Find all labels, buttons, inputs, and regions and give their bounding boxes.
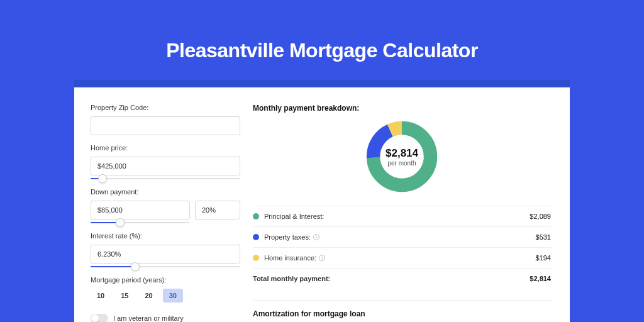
period-options: 10 15 20 30 [91, 289, 240, 303]
legend-row-principal: Principal & Interest: $2,089 [253, 206, 551, 227]
period-btn-10[interactable]: 10 [91, 289, 111, 303]
calculator-card-outer: Property Zip Code: Home price: Down paym… [74, 80, 570, 322]
legend-label-insurance: Home insurance: ? [264, 254, 325, 262]
legend-label-principal: Principal & Interest: [264, 213, 324, 220]
period-label: Mortgage period (years): [91, 276, 240, 284]
down-payment-field: Down payment: [91, 188, 240, 223]
legend-row-total: Total monthly payment: $2,814 [253, 269, 551, 289]
breakdown-title: Monthly payment breakdown: [253, 104, 551, 113]
legend-value-insurance: $194 [536, 254, 551, 262]
interest-slider[interactable] [91, 266, 240, 267]
breakdown-panel: Monthly payment breakdown: $2,814 per mo… [253, 104, 551, 322]
legend-label-taxes: Property taxes: ? [264, 233, 319, 241]
home-price-slider[interactable] [91, 178, 240, 179]
period-field: Mortgage period (years): 10 15 20 30 [91, 276, 240, 303]
interest-input[interactable] [91, 245, 240, 264]
down-payment-slider-thumb[interactable] [116, 218, 125, 227]
donut-chart-wrap: $2,814 per month [253, 119, 551, 194]
zip-input[interactable] [91, 116, 240, 135]
info-icon[interactable]: ? [313, 234, 319, 240]
legend-value-principal: $2,089 [530, 213, 551, 220]
page-title: Pleasantville Mortgage Calculator [0, 0, 644, 80]
legend-row-taxes: Property taxes: ? $531 [253, 227, 551, 248]
interest-label: Interest rate (%): [91, 232, 240, 240]
down-payment-input[interactable] [91, 201, 190, 219]
legend-value-total: $2,814 [530, 275, 551, 282]
down-payment-slider[interactable] [91, 222, 189, 223]
veteran-toggle[interactable] [91, 314, 108, 322]
calculator-card: Property Zip Code: Home price: Down paym… [74, 87, 570, 322]
legend-label-total: Total monthly payment: [253, 275, 330, 282]
home-price-slider-thumb[interactable] [98, 174, 107, 183]
donut-chart: $2,814 per month [364, 119, 440, 194]
period-btn-15[interactable]: 15 [114, 289, 135, 303]
breakdown-legend: Principal & Interest: $2,089 Property ta… [253, 206, 551, 289]
interest-slider-thumb[interactable] [131, 262, 140, 271]
legend-dot-insurance [253, 255, 259, 261]
legend-dot-principal [253, 213, 259, 219]
zip-field: Property Zip Code: [91, 104, 240, 135]
donut-center-sub: per month [387, 160, 416, 167]
home-price-label: Home price: [91, 144, 240, 152]
amortization-block: Amortization for mortgage loan Amortizat… [253, 300, 551, 322]
home-price-input[interactable] [91, 157, 240, 175]
zip-label: Property Zip Code: [91, 104, 240, 111]
veteran-toggle-knob [91, 314, 99, 322]
legend-value-taxes: $531 [536, 233, 551, 241]
down-payment-label: Down payment: [91, 188, 240, 196]
period-btn-20[interactable]: 20 [139, 289, 159, 303]
info-icon[interactable]: ? [319, 255, 325, 261]
legend-row-insurance: Home insurance: ? $194 [253, 248, 551, 269]
form-panel: Property Zip Code: Home price: Down paym… [91, 104, 240, 322]
home-price-field: Home price: [91, 144, 240, 179]
interest-slider-fill [91, 266, 135, 267]
legend-dot-taxes [253, 234, 259, 240]
interest-field: Interest rate (%): [91, 232, 240, 267]
donut-center: $2,814 per month [364, 119, 440, 194]
period-btn-30[interactable]: 30 [163, 289, 183, 303]
donut-center-value: $2,814 [386, 147, 418, 160]
amortization-title: Amortization for mortgage loan [253, 309, 551, 318]
veteran-row: I am veteran or military [91, 314, 240, 322]
down-payment-pct-input[interactable] [195, 201, 240, 219]
veteran-label: I am veteran or military [113, 314, 184, 322]
